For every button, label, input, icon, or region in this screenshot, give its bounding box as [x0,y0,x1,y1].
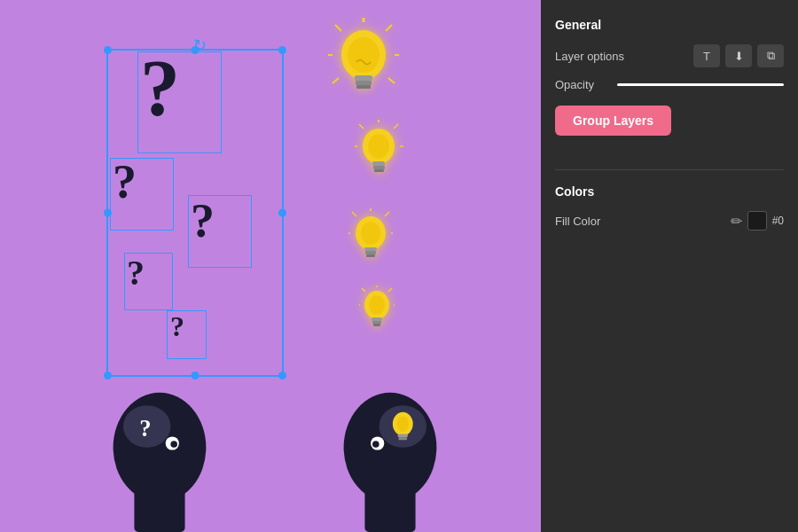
svg-line-34 [362,288,365,292]
copy-icon-button[interactable]: ⧉ [757,44,784,67]
svg-rect-30 [364,247,377,251]
svg-point-59 [379,471,410,491]
selection-handle-tr[interactable] [278,46,286,54]
svg-line-15 [394,124,398,129]
svg-rect-11 [356,81,372,85]
svg-rect-31 [365,251,376,254]
svg-line-24 [352,212,356,216]
rotation-handle[interactable]: ↻ [193,35,207,55]
download-icon-button[interactable]: ⬇ [725,44,752,67]
svg-rect-41 [372,321,381,324]
svg-rect-22 [374,169,384,172]
bulb-4 [359,286,395,335]
head-silhouette-left: ? [89,355,231,532]
svg-rect-10 [355,75,372,81]
svg-rect-12 [356,85,371,89]
svg-rect-57 [398,434,408,438]
svg-rect-21 [373,166,385,169]
colors-title: Colors [555,184,784,199]
fill-color-label: Fill Color [555,215,600,228]
question-mark-3[interactable]: ? [191,197,215,245]
head-silhouette-right [319,355,461,532]
copy-icon: ⧉ [767,49,775,63]
fill-color-swatch[interactable] [747,211,767,231]
svg-line-25 [385,212,389,216]
color-tools: ✏ #0 [731,211,784,231]
question-mark-2[interactable]: ? [113,158,137,206]
layer-options-label: Layer options [555,50,624,63]
svg-rect-32 [366,254,375,257]
svg-rect-58 [399,437,408,440]
fill-color-row: Fill Color ✏ #0 [555,211,784,231]
bulb-1 [328,18,399,110]
question-mark-1[interactable]: ? [140,49,180,129]
svg-point-9 [348,37,379,73]
section-divider [555,169,784,170]
eyedropper-icon[interactable]: ✏ [731,213,742,230]
text-icon-button[interactable]: T [693,44,720,67]
bulb-2 [355,120,403,185]
general-title: General [555,18,784,32]
download-icon: ⬇ [734,50,744,63]
svg-rect-42 [373,324,380,326]
svg-point-39 [369,295,385,315]
svg-point-49 [140,471,170,491]
svg-line-14 [359,124,364,129]
svg-point-53 [372,441,379,448]
general-section: General Layer options T ⬇ ⧉ Opacity [555,18,784,169]
layer-options-row: Layer options T ⬇ ⧉ [555,44,784,67]
svg-rect-20 [372,161,385,166]
svg-rect-40 [372,317,382,321]
svg-point-46 [170,441,177,448]
group-layers-button[interactable]: Group Layers [555,106,671,136]
opacity-slider[interactable] [617,83,784,86]
svg-line-3 [386,25,392,31]
opacity-row: Opacity [555,78,784,91]
fill-color-hex: #0 [772,215,784,227]
opacity-label: Opacity [555,78,608,91]
selection-handle-mr[interactable] [278,209,286,217]
question-mark-4[interactable]: ? [127,255,145,291]
colors-section: Colors Fill Color ✏ #0 [555,184,784,231]
layer-options-icons: T ⬇ ⧉ [693,44,784,67]
canvas-area: ↻ ? ? ? ? ? [0,0,541,532]
bulb-3 [348,208,393,270]
right-panel: General Layer options T ⬇ ⧉ Opacity [541,0,798,532]
selection-handle-tl[interactable] [104,46,112,54]
svg-point-29 [361,222,380,245]
selection-handle-ml[interactable] [104,209,112,217]
svg-line-7 [388,78,395,83]
group-layers-container: Group Layers [555,106,784,153]
svg-point-19 [368,134,389,159]
selection-handle-br[interactable] [278,372,286,379]
svg-text:?: ? [139,415,151,442]
svg-line-2 [335,25,341,31]
svg-point-56 [397,417,409,432]
question-mark-5[interactable]: ? [170,312,184,340]
text-icon: T [703,50,710,63]
svg-line-6 [332,78,339,83]
svg-line-35 [388,288,392,292]
